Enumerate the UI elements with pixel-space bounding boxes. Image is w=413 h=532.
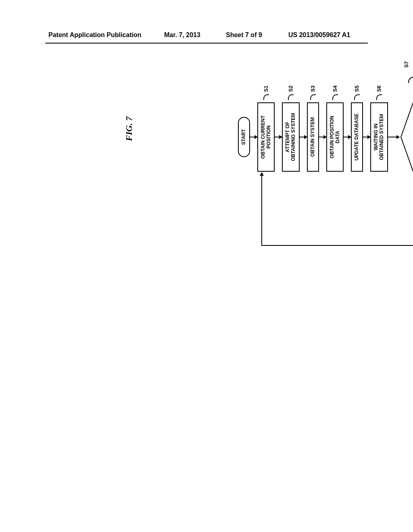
flow-decision-s7: S7 i ii iii iv i: RESELECTION COMMUNICAT… bbox=[399, 32, 413, 242]
flow-step-text: OBTAIN CURRENTPOSITION bbox=[260, 115, 271, 158]
arrow-icon bbox=[344, 137, 351, 137]
flow-start: START bbox=[238, 117, 250, 157]
arrow-icon bbox=[275, 137, 282, 137]
flow-step-text: WAITING INOBTAINED SYSTEM bbox=[373, 114, 384, 160]
arrow-icon bbox=[250, 137, 257, 137]
header-sheet: Sheet 7 of 9 bbox=[226, 31, 262, 39]
figure-label: FIG. 7 bbox=[124, 116, 134, 141]
flow-step-s1: OBTAIN CURRENTPOSITION S1 bbox=[257, 102, 275, 172]
flow-step-s3: OBTAIN SYSTEM S3 bbox=[307, 102, 319, 172]
header-rule bbox=[45, 43, 368, 44]
header-publication: Patent Application Publication bbox=[48, 31, 142, 39]
decision-id: S7 bbox=[403, 61, 409, 68]
header-patent-number: US 2013/0059627 A1 bbox=[288, 31, 350, 39]
label-connector bbox=[354, 94, 360, 100]
flow-step-id: S2 bbox=[288, 85, 294, 92]
flow-step-id: S3 bbox=[310, 85, 316, 92]
flow-step-text: OBTAIN SYSTEM bbox=[310, 117, 315, 157]
flow-step-id: S6 bbox=[376, 85, 382, 92]
arrow-icon bbox=[363, 137, 370, 137]
loop-back-connector bbox=[261, 172, 413, 246]
flowchart: START OBTAIN CURRENTPOSITION S1 ATTEMPT … bbox=[238, 101, 413, 173]
arrow-icon bbox=[388, 137, 399, 137]
label-connector bbox=[263, 94, 269, 100]
label-connector bbox=[376, 94, 382, 100]
flow-step-s6: WAITING INOBTAINED SYSTEM S6 bbox=[370, 102, 388, 172]
flow-step-text: UPDATE DATABASE bbox=[354, 114, 359, 161]
label-connector bbox=[332, 94, 338, 100]
flow-step-id: S1 bbox=[263, 85, 269, 92]
label-connector bbox=[288, 94, 294, 100]
header-date: Mar. 7, 2013 bbox=[164, 31, 200, 39]
flow-step-text: OBTAIN POSITIONDATA bbox=[329, 116, 340, 158]
flow-step-s2: ATTEMPT OFOBTAINING SYSTEM S2 bbox=[282, 102, 300, 172]
flow-step-s4: OBTAIN POSITIONDATA S4 bbox=[326, 102, 344, 172]
flow-step-id: S4 bbox=[332, 85, 338, 92]
flow-step-text: ATTEMPT OFOBTAINING SYSTEM bbox=[285, 113, 296, 161]
arrow-icon bbox=[319, 137, 326, 137]
flow-step-id: S5 bbox=[354, 85, 360, 92]
arrow-icon bbox=[300, 137, 307, 137]
flow-step-s5: UPDATE DATABASE S5 bbox=[351, 102, 363, 172]
label-connector bbox=[310, 94, 316, 100]
